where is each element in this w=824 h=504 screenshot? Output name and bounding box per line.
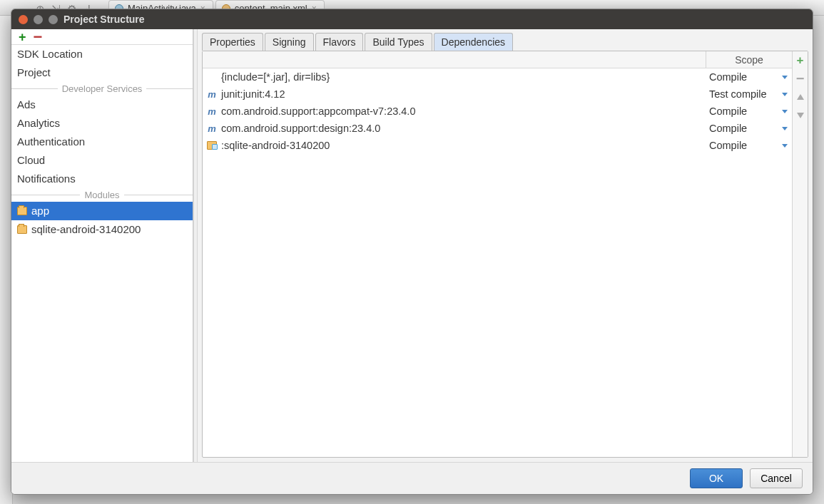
dependency-scope-label: Compile — [709, 140, 747, 151]
dependency-name: mcom.android.support:design:23.4.0 — [203, 123, 706, 134]
tab-dependencies[interactable]: Dependencies — [434, 33, 514, 51]
module-icon — [17, 225, 27, 234]
dependency-label: com.android.support:appcompat-v7:23.4.0 — [221, 106, 415, 117]
project-structure-dialog: Project Structure + − SDK Location Proje… — [11, 9, 813, 495]
tab-properties[interactable]: Properties — [202, 33, 263, 51]
move-down-icon[interactable] — [795, 110, 806, 121]
window-close-icon[interactable] — [19, 15, 28, 24]
dependencies-rows: {include=[*.jar], dir=libs}Compilemjunit… — [203, 68, 792, 457]
tab-signing[interactable]: Signing — [265, 33, 314, 51]
dependency-row[interactable]: :sqlite-android-3140200Compile — [203, 137, 792, 154]
dependency-scope-dropdown[interactable]: Compile — [706, 123, 792, 134]
dependency-name: :sqlite-android-3140200 — [203, 140, 706, 151]
add-dependency-icon[interactable]: + — [795, 54, 806, 66]
dependency-row[interactable]: mcom.android.support:design:23.4.0Compil… — [203, 120, 792, 137]
sidebar-item-project[interactable]: Project — [11, 63, 193, 82]
sidebar-item-ads[interactable]: Ads — [11, 96, 193, 114]
window-maximize-icon[interactable] — [49, 15, 58, 24]
chevron-down-icon — [782, 76, 788, 79]
maven-icon: m — [207, 90, 217, 98]
dependency-scope-dropdown[interactable]: Compile — [706, 106, 792, 117]
window-minimize-icon[interactable] — [34, 15, 43, 24]
cancel-button[interactable]: Cancel — [750, 468, 803, 488]
dependency-name: mjunit:junit:4.12 — [203, 88, 706, 100]
chevron-down-icon — [782, 110, 788, 113]
move-up-icon[interactable] — [795, 91, 806, 103]
maven-icon: m — [207, 107, 217, 115]
sidebar-section-header: Developer Services — [11, 82, 193, 96]
dependencies-header-name[interactable] — [203, 51, 706, 68]
tab-flavors[interactable]: Flavors — [315, 33, 364, 51]
maven-icon: m — [207, 124, 217, 133]
tab-build-types[interactable]: Build Types — [365, 33, 432, 51]
dialog-footer: OK Cancel — [11, 462, 813, 494]
dependency-scope-dropdown[interactable]: Compile — [706, 140, 792, 151]
sidebar-list: SDK Location Project Developer Services … — [11, 45, 193, 462]
dialog-titlebar[interactable]: Project Structure — [11, 9, 813, 29]
dependency-label: {include=[*.jar], dir=libs} — [221, 71, 330, 83]
dependency-row[interactable]: mjunit:junit:4.12Test compile — [203, 86, 792, 103]
dependencies-table: Scope {include=[*.jar], dir=libs}Compile… — [203, 51, 792, 457]
dependency-name: mcom.android.support:appcompat-v7:23.4.0 — [203, 106, 706, 117]
sidebar-toolbar: + − — [11, 29, 193, 45]
dependency-scope-label: Compile — [709, 71, 747, 83]
dialog-main: Properties Signing Flavors Build Types D… — [198, 29, 813, 462]
dialog-sidebar: + − SDK Location Project Developer Servi… — [11, 29, 193, 462]
add-icon[interactable]: + — [19, 31, 26, 43]
sidebar-module-sqlite[interactable]: sqlite-android-3140200 — [11, 220, 193, 239]
dependency-scope-label: Compile — [709, 106, 747, 117]
dialog-title: Project Structure — [63, 14, 145, 25]
remove-dependency-icon[interactable]: − — [795, 73, 806, 84]
sidebar-item-notifications[interactable]: Notifications — [11, 170, 193, 188]
sidebar-module-app[interactable]: app — [11, 202, 193, 220]
sidebar-section-header: Modules — [11, 188, 193, 202]
module-folder-icon — [207, 141, 217, 150]
sidebar-item-sdk-location[interactable]: SDK Location — [11, 45, 193, 63]
dependency-name: {include=[*.jar], dir=libs} — [203, 71, 706, 83]
sidebar-item-analytics[interactable]: Analytics — [11, 114, 193, 133]
dependencies-header: Scope — [203, 51, 792, 68]
dependency-scope-dropdown[interactable]: Test compile — [706, 88, 792, 100]
ok-button[interactable]: OK — [690, 468, 743, 488]
remove-icon[interactable]: − — [34, 33, 43, 41]
dependency-label: junit:junit:4.12 — [221, 88, 285, 100]
dependency-scope-label: Compile — [709, 123, 747, 134]
chevron-down-icon — [782, 127, 788, 130]
module-tabs: Properties Signing Flavors Build Types D… — [198, 29, 813, 51]
dependency-label: com.android.support:design:23.4.0 — [221, 123, 380, 134]
dependencies-side-actions: + − — [792, 51, 808, 457]
sidebar-item-authentication[interactable]: Authentication — [11, 133, 193, 151]
dependency-row[interactable]: mcom.android.support:appcompat-v7:23.4.0… — [203, 103, 792, 120]
chevron-down-icon — [782, 144, 788, 148]
dependency-scope-dropdown[interactable]: Compile — [706, 71, 792, 83]
chevron-down-icon — [782, 93, 788, 96]
dependencies-header-scope[interactable]: Scope — [706, 51, 792, 68]
sidebar-item-cloud[interactable]: Cloud — [11, 151, 193, 170]
dependencies-panel: Scope {include=[*.jar], dir=libs}Compile… — [202, 51, 808, 458]
dependency-scope-label: Test compile — [709, 88, 767, 100]
dependency-row[interactable]: {include=[*.jar], dir=libs}Compile — [203, 68, 792, 86]
dependency-label: :sqlite-android-3140200 — [221, 140, 330, 151]
module-icon — [17, 207, 27, 215]
